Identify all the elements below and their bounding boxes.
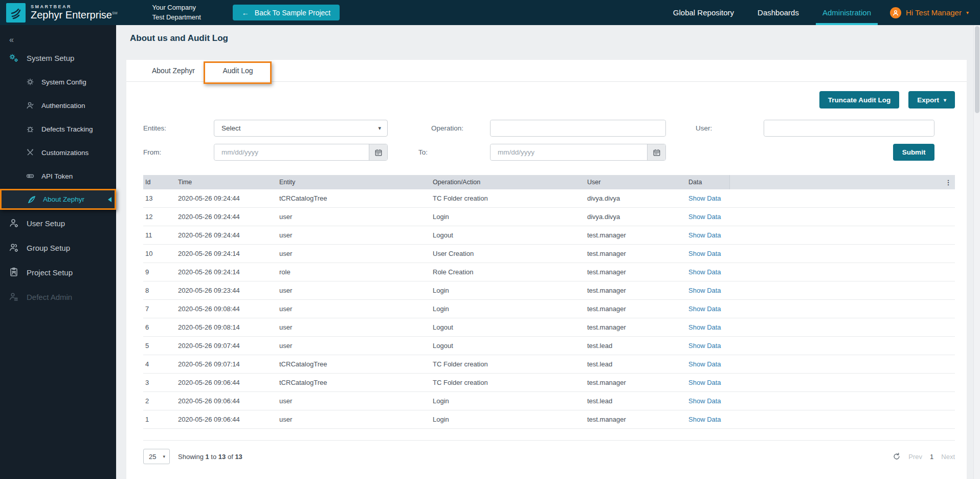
cell-user: divya.divya xyxy=(585,194,686,202)
main-area: About us and Audit Log About Zephyr Audi… xyxy=(116,25,980,479)
next-page-button[interactable]: Next xyxy=(941,453,955,461)
page-size-select[interactable]: 25 ▾ xyxy=(143,449,170,464)
cell-time: 2020-05-26 09:24:44 xyxy=(176,231,277,239)
cell-operation: TC Folder creation xyxy=(431,360,585,368)
from-date-input[interactable] xyxy=(214,144,387,160)
cell-entity: user xyxy=(277,397,431,405)
sidebar-item-about-zephyr[interactable]: About Zephyr xyxy=(0,189,116,210)
cell-time: 2020-05-26 09:07:14 xyxy=(176,360,277,368)
column-header-user[interactable]: User xyxy=(585,179,686,186)
cell-id: 13 xyxy=(143,194,176,202)
user-menu[interactable]: Hi Test Manager ▾ xyxy=(883,7,980,18)
show-data-link[interactable]: Show Data xyxy=(686,342,729,350)
tab-audit-log[interactable]: Audit Log xyxy=(207,60,269,82)
to-date-input[interactable] xyxy=(491,144,665,160)
nav-administration[interactable]: Administration xyxy=(811,0,883,25)
show-data-link[interactable]: Show Data xyxy=(686,323,729,331)
brand-text: SMARTBEAR Zephyr EnterpriseSM xyxy=(31,5,117,20)
sidebar-item-system-setup[interactable]: System Setup xyxy=(0,46,116,70)
sidebar-item-user-setup[interactable]: User Setup xyxy=(0,211,116,235)
cell-time: 2020-05-26 09:06:44 xyxy=(176,397,277,405)
content-card: About Zephyr Audit Log Truncate Audit Lo… xyxy=(126,60,967,479)
cell-entity: user xyxy=(277,213,431,221)
crossed-tools-icon xyxy=(26,148,35,157)
cell-id: 12 xyxy=(143,213,176,221)
page-number[interactable]: 1 xyxy=(930,453,933,461)
sidebar-item-project-setup[interactable]: Project Setup xyxy=(0,260,116,285)
sidebar-item-defect-admin[interactable]: Defect Admin xyxy=(0,285,116,309)
show-data-link[interactable]: Show Data xyxy=(686,287,729,294)
cell-entity: tCRCatalogTree xyxy=(277,194,431,202)
column-header-data[interactable]: Data xyxy=(686,179,729,186)
chevron-down-icon: ▾ xyxy=(966,10,969,15)
sidebar-item-authentication[interactable]: Authentication xyxy=(0,94,116,117)
submit-button[interactable]: Submit xyxy=(893,144,934,161)
clipboard-people-icon xyxy=(8,267,19,278)
header-filler xyxy=(729,175,942,189)
export-button[interactable]: Export ▾ xyxy=(908,91,955,108)
table-row: 112020-05-26 09:24:44userLogouttest.mana… xyxy=(143,226,955,245)
column-header-entity[interactable]: Entity xyxy=(277,179,431,186)
kebab-menu-icon[interactable]: ⋮ xyxy=(942,175,955,189)
brand-logo[interactable]: SMARTBEAR Zephyr EnterpriseSM xyxy=(0,3,117,23)
nav-global-repository[interactable]: Global Repository xyxy=(661,0,746,25)
audit-log-table: Id Time Entity Operation/Action User Dat… xyxy=(143,175,955,429)
column-header-id[interactable]: Id xyxy=(143,179,176,186)
truncate-audit-log-button[interactable]: Truncate Audit Log xyxy=(819,91,900,108)
prev-page-button[interactable]: Prev xyxy=(908,453,922,461)
cell-operation: Login xyxy=(431,305,585,313)
show-data-link[interactable]: Show Data xyxy=(686,305,729,313)
cell-operation: TC Folder creation xyxy=(431,379,585,386)
cell-id: 7 xyxy=(143,305,176,313)
table-row: 22020-05-26 09:06:44userLogintest.leadSh… xyxy=(143,392,955,410)
show-data-link[interactable]: Show Data xyxy=(686,194,729,202)
cell-id: 10 xyxy=(143,250,176,257)
cell-operation: Login xyxy=(431,287,585,294)
table-row: 122020-05-26 09:24:44userLogindivya.divy… xyxy=(143,208,955,226)
sidebar-item-system-config[interactable]: System Config xyxy=(0,70,116,94)
sidebar-item-group-setup[interactable]: Group Setup xyxy=(0,235,116,260)
calendar-icon[interactable] xyxy=(369,144,387,160)
top-bar: SMARTBEAR Zephyr EnterpriseSM Your Compa… xyxy=(0,0,980,25)
sidebar-item-api-token[interactable]: API Token xyxy=(0,164,116,188)
scrollbar-thumb[interactable] xyxy=(975,26,979,113)
operation-input[interactable] xyxy=(491,120,665,136)
operation-field-box xyxy=(490,120,666,137)
sidebar-item-defects-tracking[interactable]: Defects Tracking xyxy=(0,117,116,141)
tab-about-zephyr[interactable]: About Zephyr xyxy=(138,60,209,82)
show-data-link[interactable]: Show Data xyxy=(686,268,729,276)
back-to-project-button[interactable]: ← Back To Sample Project xyxy=(233,5,340,20)
show-data-link[interactable]: Show Data xyxy=(686,379,729,386)
cell-id: 1 xyxy=(143,416,176,423)
cell-operation: Logout xyxy=(431,342,585,350)
entities-select[interactable]: Select ▾ xyxy=(214,120,388,137)
sidebar-item-customizations[interactable]: Customizations xyxy=(0,141,116,164)
select-caret-icon: ▾ xyxy=(378,125,381,132)
table-actions: Truncate Audit Log Export ▾ xyxy=(143,91,955,108)
column-header-time[interactable]: Time xyxy=(176,179,277,186)
calendar-icon[interactable] xyxy=(647,144,665,160)
show-data-link[interactable]: Show Data xyxy=(686,250,729,257)
show-data-link[interactable]: Show Data xyxy=(686,397,729,405)
filter-form: Entites: Select ▾ Operation: User: From: xyxy=(143,120,955,162)
cell-time: 2020-05-26 09:07:44 xyxy=(176,342,277,350)
user-greeting: Hi Test Manager xyxy=(906,8,962,17)
refresh-icon[interactable] xyxy=(893,452,901,461)
scrollbar[interactable] xyxy=(973,25,980,479)
sidebar-collapse-button[interactable]: « xyxy=(0,25,116,46)
cell-entity: tCRCatalogTree xyxy=(277,360,431,368)
cell-operation: Role Creation xyxy=(431,268,585,276)
show-data-link[interactable]: Show Data xyxy=(686,360,729,368)
user-field-box xyxy=(764,120,934,137)
show-data-link[interactable]: Show Data xyxy=(686,213,729,221)
show-data-link[interactable]: Show Data xyxy=(686,416,729,423)
user-input[interactable] xyxy=(764,120,934,136)
table-footer: 25 ▾ Showing 1 to 13 of 13 xyxy=(143,440,955,464)
show-data-link[interactable]: Show Data xyxy=(686,231,729,239)
cell-time: 2020-05-26 09:24:14 xyxy=(176,268,277,276)
cell-time: 2020-05-26 09:06:44 xyxy=(176,416,277,423)
nav-dashboards[interactable]: Dashboards xyxy=(746,0,811,25)
column-header-operation[interactable]: Operation/Action xyxy=(431,179,585,186)
cell-id: 2 xyxy=(143,397,176,405)
company-context: Your Company Test Department xyxy=(152,3,201,23)
